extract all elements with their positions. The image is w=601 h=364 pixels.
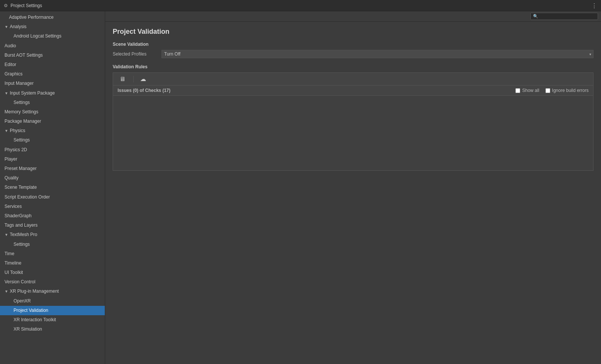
sidebar-item-package-manager[interactable]: Package Manager xyxy=(0,117,105,126)
sidebar-item-textmesh-settings[interactable]: Settings xyxy=(0,240,105,249)
sidebar-item-label: Input Manager xyxy=(5,81,33,86)
sidebar-item-xr-plug-in-management[interactable]: ▼XR Plug-in Management xyxy=(0,287,105,296)
ignore-build-errors-label: Ignore build errors xyxy=(552,88,589,93)
sidebar-item-audio[interactable]: Audio xyxy=(0,41,105,51)
sidebar-item-burst-aot[interactable]: Burst AOT Settings xyxy=(0,51,105,60)
page-title: Project Validation xyxy=(113,28,593,36)
content-topbar: 🔍 xyxy=(105,11,601,22)
sidebar-item-label: Adaptive Performance xyxy=(9,15,54,20)
sidebar-item-services[interactable]: Services xyxy=(0,202,105,211)
sidebar-item-label: XR Simulation xyxy=(14,326,42,332)
sidebar-item-label: Tags and Layers xyxy=(5,223,38,228)
scene-validation-label: Scene Validation xyxy=(113,42,593,47)
show-all-checkbox-label[interactable]: Show all xyxy=(515,88,539,93)
sidebar-item-xr-simulation[interactable]: XR Simulation xyxy=(0,325,105,334)
sidebar-item-project-validation[interactable]: Project Validation xyxy=(0,306,105,315)
arrow-icon: ▼ xyxy=(5,24,8,30)
icon-bar: 🖥 ☁ xyxy=(113,72,593,85)
sidebar-item-editor[interactable]: Editor xyxy=(0,60,105,69)
sidebar-item-shader-graph[interactable]: ShaderGraph xyxy=(0,211,105,221)
sidebar-item-label: XR Interaction Toolkit xyxy=(14,317,56,322)
sidebar-item-script-execution-order[interactable]: Script Execution Order xyxy=(0,193,105,202)
sidebar-item-label: Editor xyxy=(5,62,16,67)
sidebar-item-physics[interactable]: ▼Physics xyxy=(0,126,105,135)
issues-bar: Issues (0) of Checks (17) Show all Ignor… xyxy=(113,85,593,96)
sidebar-item-label: Input System Package xyxy=(10,90,55,96)
arrow-icon: ▼ xyxy=(5,90,8,96)
gear-icon: ⚙ xyxy=(3,3,8,8)
sidebar-item-preset-manager[interactable]: Preset Manager xyxy=(0,164,105,173)
sidebar-item-label: Audio xyxy=(5,43,16,48)
profiles-dropdown-wrapper[interactable]: Turn Off Android iOS PC ▾ xyxy=(162,50,593,58)
sidebar-item-label: Physics xyxy=(10,128,25,133)
show-all-label: Show all xyxy=(522,88,539,93)
content-inner: Project Validation Scene Validation Sele… xyxy=(105,22,601,364)
arrow-icon: ▼ xyxy=(5,128,8,134)
sidebar-item-label: Settings xyxy=(14,242,30,247)
sidebar-item-label: Timeline xyxy=(5,260,21,266)
profiles-dropdown[interactable]: Turn Off Android iOS PC xyxy=(162,50,593,58)
sidebar-item-tags-and-layers[interactable]: Tags and Layers xyxy=(0,221,105,230)
main-layout: Adaptive Performance▼AnalysisAndroid Log… xyxy=(0,11,601,364)
sidebar-item-label: Burst AOT Settings xyxy=(5,53,43,58)
sidebar-item-label: Settings xyxy=(14,137,30,143)
sidebar-item-android-logcat[interactable]: Android Logcat Settings xyxy=(0,32,105,41)
sidebar-item-openxr[interactable]: OpenXR xyxy=(0,296,105,306)
sidebar-item-ui-toolkit[interactable]: UI Toolkit xyxy=(0,268,105,277)
sidebar-item-label: Graphics xyxy=(5,71,23,77)
search-input[interactable] xyxy=(540,14,595,19)
title-bar: ⚙ Project Settings ⋮ xyxy=(0,0,601,11)
validation-rules-label: Validation Rules xyxy=(113,64,593,69)
sidebar-item-label: Settings xyxy=(14,100,30,105)
profiles-row: Selected Profiles Turn Off Android iOS P… xyxy=(113,50,593,58)
show-all-checkbox[interactable] xyxy=(515,88,520,93)
sidebar-item-graphics[interactable]: Graphics xyxy=(0,69,105,79)
sidebar-item-label: Script Execution Order xyxy=(5,194,50,200)
sidebar-item-label: Player xyxy=(5,156,17,162)
content-area: 🔍 Project Validation Scene Validation Se… xyxy=(105,11,601,364)
title-bar-text: Project Settings xyxy=(11,3,42,8)
sidebar-item-scene-template[interactable]: Scene Template xyxy=(0,183,105,192)
ignore-build-errors-checkbox[interactable] xyxy=(545,88,550,93)
sidebar-item-label: Package Manager xyxy=(5,119,41,124)
sidebar-item-time[interactable]: Time xyxy=(0,249,105,259)
sidebar-item-input-manager[interactable]: Input Manager xyxy=(0,79,105,88)
separator xyxy=(133,76,134,83)
arrow-icon: ▼ xyxy=(5,232,8,238)
sidebar-item-xr-interaction-toolkit[interactable]: XR Interaction Toolkit xyxy=(0,315,105,325)
sidebar-item-label: UI Toolkit xyxy=(5,270,23,275)
sidebar-item-label: ShaderGraph xyxy=(5,213,32,218)
sidebar-item-physics-settings[interactable]: Settings xyxy=(0,135,105,145)
sidebar-item-quality[interactable]: Quality xyxy=(0,173,105,183)
sidebar-item-label: XR Plug-in Management xyxy=(10,289,59,294)
issues-right: Show all Ignore build errors xyxy=(515,88,589,93)
sidebar-item-physics-2d[interactable]: Physics 2D xyxy=(0,145,105,155)
sidebar-item-version-control[interactable]: Version Control xyxy=(0,277,105,287)
arrow-icon: ▼ xyxy=(5,289,8,295)
sidebar-item-input-system-package[interactable]: ▼Input System Package xyxy=(0,89,105,98)
title-bar-menu[interactable]: ⋮ xyxy=(591,2,598,9)
search-box[interactable]: 🔍 xyxy=(530,13,598,20)
monitor-icon-button[interactable]: 🖥 xyxy=(116,75,129,84)
sidebar-item-adaptive-performance[interactable]: Adaptive Performance xyxy=(0,13,105,22)
sidebar-item-label: Scene Template xyxy=(5,185,37,190)
sidebar-item-label: Version Control xyxy=(5,279,35,284)
sidebar-item-timeline[interactable]: Timeline xyxy=(0,259,105,268)
sidebar-item-analysis[interactable]: ▼Analysis xyxy=(0,22,105,32)
sidebar-item-label: TextMesh Pro xyxy=(10,232,37,237)
ignore-build-errors-checkbox-label[interactable]: Ignore build errors xyxy=(545,88,589,93)
sidebar-item-label: Services xyxy=(5,204,22,209)
sidebar-item-label: Memory Settings xyxy=(5,109,38,114)
search-icon: 🔍 xyxy=(533,14,538,19)
sidebar-item-textmesh-pro[interactable]: ▼TextMesh Pro xyxy=(0,230,105,239)
sidebar-item-label: Preset Manager xyxy=(5,166,36,171)
selected-profiles-label: Selected Profiles xyxy=(113,51,162,57)
sidebar-item-input-system-settings[interactable]: Settings xyxy=(0,98,105,107)
sidebar-item-label: OpenXR xyxy=(14,298,31,304)
cloud-icon-button[interactable]: ☁ xyxy=(137,74,149,84)
sidebar-item-label: Quality xyxy=(5,175,18,180)
sidebar-item-player[interactable]: Player xyxy=(0,155,105,164)
content-table-area xyxy=(113,96,593,171)
sidebar-item-label: Physics 2D xyxy=(5,147,27,152)
sidebar-item-memory-settings[interactable]: Memory Settings xyxy=(0,107,105,117)
